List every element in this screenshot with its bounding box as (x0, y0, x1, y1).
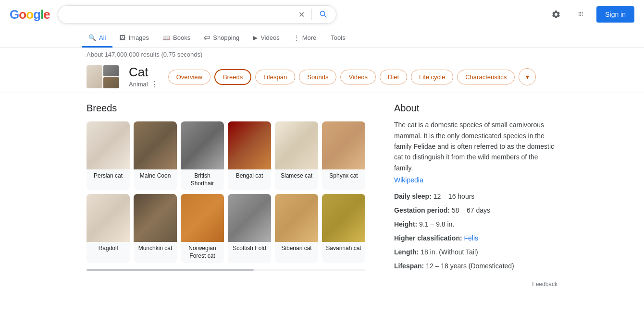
breed-img-bengal (228, 121, 271, 169)
facts-section: Daily sleep: 12 – 16 hours Gestation per… (394, 192, 557, 271)
entity-name: Cat (129, 65, 159, 80)
nav-item-books[interactable]: 📖 Books (156, 29, 197, 48)
breed-card-maine-coon[interactable]: Maine Coon (134, 121, 177, 190)
fact-value-gestation: 58 – 67 days (452, 206, 490, 214)
more-icon: ⋮ (293, 34, 299, 41)
breed-img-siamese (275, 121, 318, 169)
header-right: Sign in (546, 5, 634, 24)
images-icon: 🖼 (119, 34, 125, 41)
chip-lifespan[interactable]: Lifespan (255, 70, 295, 84)
chip-breeds[interactable]: Breeds (214, 69, 251, 85)
chip-lifecycle[interactable]: Life cycle (411, 70, 453, 84)
fact-daily-sleep: Daily sleep: 12 – 16 hours (394, 192, 557, 202)
fact-value-height: 9.1 – 9.8 in. (419, 220, 454, 228)
search-input[interactable]: cat breeds (66, 10, 294, 19)
breed-label-persian: Persian cat (87, 169, 130, 183)
fact-value-daily-sleep: 12 – 16 hours (433, 192, 475, 200)
chip-overview[interactable]: Overview (168, 70, 211, 84)
nav-item-videos[interactable]: ▶ Videos (246, 29, 286, 48)
breed-label-siberian: Siberian cat (275, 242, 318, 255)
fact-length: Length: 18 in. (Without Tail) (394, 247, 557, 257)
fact-gestation: Gestation period: 58 – 67 days (394, 205, 557, 216)
entity-menu-icon[interactable]: ⋮ (151, 80, 159, 89)
breed-img-sphynx (322, 121, 365, 169)
breed-img-norwegian (181, 194, 224, 242)
breed-card-siamese[interactable]: Siamese cat (275, 121, 318, 190)
videos-icon: ▶ (253, 34, 258, 41)
entity-section: Cat Animal ⋮ Overview Breeds Lifespan So… (0, 61, 644, 93)
settings-icon-button[interactable] (546, 5, 566, 24)
breeds-section-title: Breeds (87, 103, 365, 114)
breed-img-british (181, 121, 224, 169)
breed-card-british[interactable]: British Shorthair (181, 121, 224, 190)
nav-item-shopping[interactable]: 🏷 Shopping (197, 29, 246, 48)
breed-card-persian[interactable]: Persian cat (87, 121, 130, 190)
breed-card-sphynx[interactable]: Sphynx cat (322, 121, 365, 190)
about-panel: About The cat is a domestic species of s… (394, 103, 557, 288)
fact-label-height: Height: (394, 220, 417, 228)
breed-grid-row1: Persian cat Maine Coon British Shorthair… (87, 121, 365, 190)
books-icon: 📖 (162, 34, 170, 41)
chip-diet[interactable]: Diet (380, 70, 407, 84)
breed-label-british: British Shorthair (181, 169, 224, 190)
fact-label-length: Length: (394, 248, 419, 256)
fact-height: Height: 9.1 – 9.8 in. (394, 219, 557, 229)
breed-label-savannah: Savannah cat (322, 242, 365, 255)
apps-icon-button[interactable] (571, 5, 591, 24)
nav-bar: 🔍 All 🖼 Images 📖 Books 🏷 Shopping ▶ Vide… (0, 29, 644, 48)
fact-classification: Higher classification: Felis (394, 233, 557, 243)
breed-label-bengal: Bengal cat (228, 169, 271, 183)
breed-label-siamese: Siamese cat (275, 169, 318, 183)
wikipedia-link[interactable]: Wikipedia (394, 176, 423, 184)
breed-card-savannah[interactable]: Savannah cat (322, 194, 365, 263)
header: Google cat breeds ✕ Sign in (0, 0, 644, 29)
fact-value-lifespan: 12 – 18 years (Domesticated) (426, 262, 514, 270)
breed-card-scottish[interactable]: Scottish Fold (228, 194, 271, 263)
breed-img-ragdoll (87, 194, 130, 242)
results-count: About 147,000,000 results (0.75 seconds) (0, 48, 644, 61)
tools-button[interactable]: Tools (331, 29, 345, 48)
nav-item-more[interactable]: ⋮ More (286, 29, 323, 48)
sign-in-button[interactable]: Sign in (596, 6, 634, 23)
entity-type: Animal ⋮ (129, 80, 159, 89)
nav-item-images[interactable]: 🖼 Images (112, 29, 156, 48)
all-icon: 🔍 (88, 34, 96, 41)
chip-characteristics[interactable]: Characteristics (457, 70, 515, 84)
nav-item-all[interactable]: 🔍 All (82, 29, 112, 48)
fact-label-daily-sleep: Daily sleep: (394, 192, 432, 200)
feedback-link[interactable]: Feedback (394, 281, 557, 288)
breed-label-sphynx: Sphynx cat (322, 169, 365, 183)
entity-info: Cat Animal ⋮ (129, 65, 159, 89)
breed-img-siberian (275, 194, 318, 242)
about-description: The cat is a domestic species of small c… (394, 120, 557, 173)
breed-label-scottish: Scottish Fold (228, 242, 271, 255)
fact-link-classification[interactable]: Felis (464, 234, 478, 242)
breed-card-ragdoll[interactable]: Ragdoll (87, 194, 130, 263)
breed-card-bengal[interactable]: Bengal cat (228, 121, 271, 190)
breed-card-siberian[interactable]: Siberian cat (275, 194, 318, 263)
breed-img-munchkin (134, 194, 177, 242)
breed-card-norwegian[interactable]: Norwegian Forest cat (181, 194, 224, 263)
shopping-icon: 🏷 (204, 34, 210, 41)
breed-label-maine-coon: Maine Coon (134, 169, 177, 183)
scroll-indicator (87, 269, 365, 271)
fact-label-lifespan: Lifespan: (394, 262, 424, 270)
chip-more-button[interactable]: ▾ (519, 68, 536, 85)
breed-card-munchkin[interactable]: Munchkin cat (134, 194, 177, 263)
about-title: About (394, 103, 557, 114)
breed-img-maine-coon (134, 121, 177, 169)
left-panel: Breeds Persian cat Maine Coon British Sh… (87, 103, 365, 288)
chip-sounds[interactable]: Sounds (299, 70, 336, 84)
fact-value-length: 18 in. (Without Tail) (421, 248, 478, 256)
entity-thumbnail[interactable] (87, 65, 119, 88)
breed-grid-row2: Ragdoll Munchkin cat Norwegian Forest ca… (87, 194, 365, 263)
clear-button[interactable]: ✕ (298, 10, 305, 19)
breed-label-norwegian: Norwegian Forest cat (181, 242, 224, 263)
fact-label-classification: Higher classification: (394, 234, 462, 242)
chip-videos[interactable]: Videos (340, 70, 376, 84)
chips-row: Overview Breeds Lifespan Sounds Videos D… (168, 68, 536, 85)
breed-label-munchkin: Munchkin cat (134, 242, 177, 255)
google-logo: Google (10, 7, 50, 22)
breed-img-persian (87, 121, 130, 169)
search-icon-button[interactable] (319, 10, 328, 19)
